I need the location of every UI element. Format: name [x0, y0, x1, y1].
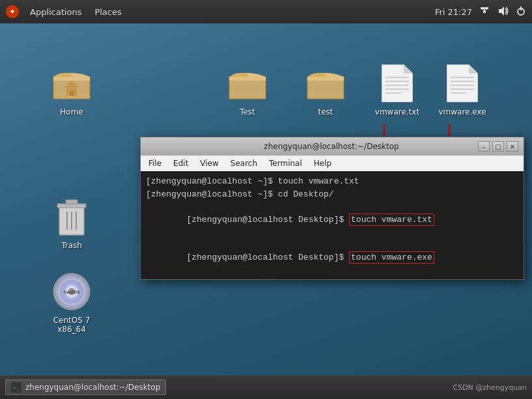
terminal-menubar: File Edit View Search Terminal Help	[141, 156, 524, 171]
desktop: ✦ Applications Places Fri 21:27	[0, 0, 532, 399]
taskbar-terminal-item[interactable]: >_ zhengyquan@localhost:~/Desktop	[5, 379, 166, 395]
vmware-txt-icon	[376, 62, 418, 104]
terminal-menu-help[interactable]: Help	[309, 158, 337, 169]
centos-icon-label: CentOS 7 x86_64	[42, 315, 101, 335]
trash-icon	[51, 196, 92, 238]
top-panel: ✦ Applications Places Fri 21:27	[0, 0, 532, 23]
terminal-title: zhengyquan@localhost:~/Desktop	[185, 142, 478, 151]
home-folder-icon	[51, 62, 92, 104]
terminal-line-1: [zhengyquan@localhost ~]$ touch vmware.t…	[146, 175, 518, 188]
svg-rect-3	[483, 7, 486, 9]
taskbar-watermark: CSDN @zhengyquan	[453, 383, 527, 392]
taskbar-left: >_ zhengyquan@localhost:~/Desktop	[5, 379, 166, 395]
test2-folder-icon	[305, 62, 346, 104]
volume-icon[interactable]	[497, 5, 509, 19]
test1-folder-icon	[227, 62, 268, 104]
terminal-window: zhengyquan@localhost:~/Desktop – □ ✕ Fil…	[140, 137, 524, 280]
terminal-line-3-highlight: touch vmware.txt	[349, 213, 434, 226]
centos-cd-icon: CentOS	[51, 271, 92, 312]
terminal-menu-search[interactable]: Search	[225, 158, 262, 169]
vmware-exe-icon	[441, 62, 483, 104]
terminal-close-button[interactable]: ✕	[507, 141, 518, 152]
terminal-maximize-button[interactable]: □	[492, 141, 504, 152]
svg-marker-9	[499, 7, 504, 16]
test1-icon-label: Test	[237, 107, 258, 117]
desktop-icon-vmware-txt[interactable]: vmware.txt	[368, 62, 427, 117]
svg-rect-35	[66, 200, 77, 204]
desktop-icon-test1[interactable]: Test	[218, 62, 277, 117]
svg-text:>_: >_	[12, 385, 20, 391]
terminal-menu-terminal[interactable]: Terminal	[264, 158, 307, 169]
svg-rect-5	[483, 11, 486, 13]
panel-right: Fri 21:27	[435, 5, 527, 19]
vmware-txt-label: vmware.txt	[372, 107, 422, 117]
vmware-exe-label: vmware.exe	[436, 107, 488, 117]
terminal-controls: – □ ✕	[478, 141, 518, 152]
terminal-line-3: [zhengyquan@localhost Desktop]$ touch vm…	[146, 200, 518, 239]
gnome-icon: ✦	[5, 5, 20, 19]
test2-icon-label: test	[315, 107, 335, 117]
terminal-minimize-button[interactable]: –	[478, 141, 490, 152]
desktop-icon-vmware-exe[interactable]: vmware.exe	[433, 62, 492, 117]
svg-rect-2	[481, 7, 483, 9]
desktop-icon-home[interactable]: Home	[42, 62, 101, 117]
desktop-icon-centos[interactable]: CentOS CentOS 7 x86_64	[42, 271, 101, 335]
svg-rect-4	[486, 7, 488, 9]
network-icon[interactable]	[479, 5, 490, 19]
svg-text:CentOS: CentOS	[63, 290, 79, 294]
terminal-menu-edit[interactable]: Edit	[168, 158, 193, 169]
power-icon[interactable]	[515, 5, 527, 19]
taskbar: >_ zhengyquan@localhost:~/Desktop CSDN @…	[0, 376, 532, 399]
terminal-line-5: [zhengyquan@localhost Desktop]$	[146, 277, 518, 279]
terminal-line-3-prefix: [zhengyquan@localhost Desktop]$	[186, 215, 349, 225]
desktop-icon-test2[interactable]: test	[296, 62, 355, 117]
trash-icon-label: Trash	[59, 240, 85, 251]
terminal-menu-file[interactable]: File	[143, 158, 167, 169]
terminal-line-4: [zhengyquan@localhost Desktop]$ touch vm…	[146, 239, 518, 277]
taskbar-item-label: zhengyquan@localhost:~/Desktop	[25, 383, 160, 392]
taskbar-right: CSDN @zhengyquan	[453, 383, 527, 392]
terminal-line-4-highlight: touch vmware.exe	[349, 251, 434, 264]
terminal-line-2: [zhengyquan@localhost ~]$ cd Desktop/	[146, 188, 518, 201]
svg-rect-34	[57, 204, 86, 208]
desktop-icon-trash[interactable]: Trash	[42, 196, 101, 251]
svg-text:✦: ✦	[9, 7, 16, 16]
home-icon-label: Home	[57, 107, 85, 117]
svg-rect-14	[70, 91, 74, 96]
applications-menu[interactable]: Applications	[25, 5, 87, 20]
panel-left: ✦ Applications Places	[5, 5, 127, 20]
clock-display: Fri 21:27	[435, 7, 472, 17]
taskbar-terminal-icon: >_	[11, 382, 21, 392]
terminal-line-4-prefix: [zhengyquan@localhost Desktop]$	[186, 253, 349, 262]
terminal-menu-view[interactable]: View	[195, 158, 223, 169]
terminal-titlebar: zhengyquan@localhost:~/Desktop – □ ✕	[141, 137, 524, 156]
terminal-body[interactable]: [zhengyquan@localhost ~]$ touch vmware.t…	[141, 171, 524, 279]
places-menu[interactable]: Places	[89, 5, 126, 20]
